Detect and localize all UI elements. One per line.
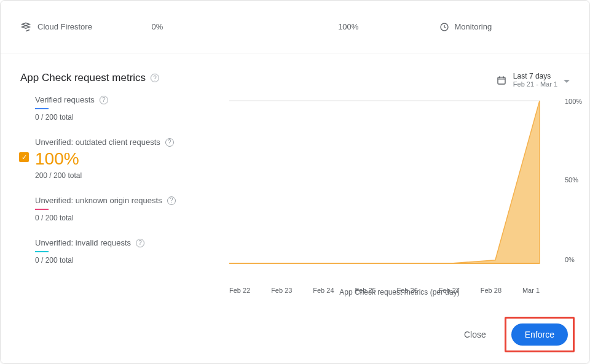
x-tick: Feb 26: [397, 287, 418, 294]
status-cell: Monitoring: [414, 21, 570, 33]
app-check-panel: Cloud Firestore 0% 100% Monitoring App C…: [0, 0, 590, 364]
y-tick: 0%: [565, 256, 575, 263]
x-tick: Feb 22: [229, 287, 250, 294]
chart: 100% 50% 0% Feb 22 Feb 23 Feb 24 Feb 25 …: [229, 98, 561, 282]
y-tick: 50%: [565, 176, 578, 184]
help-icon[interactable]: ?: [167, 196, 176, 205]
metric-label-text: Unverified: invalid requests: [35, 238, 131, 247]
metric-label-text: Unverified: outdated client requests: [35, 137, 160, 147]
footer-actions: Close Enforce: [454, 317, 575, 352]
chart-svg: [229, 98, 561, 269]
pct-verified: 0%: [152, 22, 283, 31]
metric-verified[interactable]: Verified requests ? 0 / 200 total: [35, 95, 229, 122]
svg-rect-1: [498, 77, 505, 84]
pct-unverified: 100%: [283, 22, 414, 31]
chevron-down-icon: [564, 75, 570, 86]
x-tick: Feb 25: [355, 287, 376, 294]
enforce-highlight: Enforce: [505, 317, 575, 352]
section-title-text: App Check request metrics: [20, 72, 146, 84]
product-name-cell: Cloud Firestore: [20, 21, 152, 33]
metric-outdated[interactable]: ✓ Unverified: outdated client requests ?…: [35, 137, 229, 180]
help-icon[interactable]: ?: [165, 138, 174, 147]
metric-sub-text: 200 / 200 total: [35, 171, 229, 180]
series-checkbox[interactable]: ✓: [19, 152, 29, 162]
date-range-main: Last 7 days: [513, 72, 557, 80]
date-range-text: Last 7 days Feb 21 - Mar 1: [513, 72, 557, 89]
x-tick: Feb 28: [481, 287, 502, 294]
main-content: Verified requests ? 0 / 200 total ✓ Unve…: [1, 95, 589, 296]
x-tick: Feb 27: [439, 287, 460, 294]
status-text: Monitoring: [455, 22, 492, 31]
series-swatch: [35, 251, 49, 252]
metric-sub-text: 0 / 200 total: [35, 113, 229, 122]
metrics-legend: Verified requests ? 0 / 200 total ✓ Unve…: [20, 95, 229, 296]
metric-percentage: 100%: [35, 150, 229, 168]
x-tick: Mar 1: [522, 287, 540, 294]
clock-icon: [439, 21, 450, 33]
x-tick: Feb 23: [271, 287, 292, 294]
date-range-picker[interactable]: Last 7 days Feb 21 - Mar 1: [496, 72, 570, 89]
metric-label-text: Unverified: unknown origin requests: [35, 196, 162, 205]
firestore-icon: [20, 21, 31, 33]
help-icon[interactable]: ?: [136, 239, 144, 247]
help-icon[interactable]: ?: [100, 96, 108, 104]
y-tick: 100%: [565, 98, 582, 105]
series-swatch: [35, 108, 49, 109]
product-name: Cloud Firestore: [37, 22, 92, 31]
metric-sub-text: 0 / 200 total: [35, 214, 229, 222]
enforce-button[interactable]: Enforce: [511, 323, 568, 346]
help-icon[interactable]: ?: [151, 74, 159, 82]
series-swatch: [35, 209, 49, 210]
metric-unknown[interactable]: Unverified: unknown origin requests ? 0 …: [35, 196, 229, 222]
x-axis: Feb 22 Feb 23 Feb 24 Feb 25 Feb 26 Feb 2…: [229, 287, 540, 294]
chart-column: 100% 50% 0% Feb 22 Feb 23 Feb 24 Feb 25 …: [229, 95, 570, 296]
product-summary-row: Cloud Firestore 0% 100% Monitoring: [1, 1, 589, 53]
metric-invalid[interactable]: Unverified: invalid requests ? 0 / 200 t…: [35, 238, 229, 265]
metric-label-text: Verified requests: [35, 95, 95, 104]
close-button[interactable]: Close: [454, 323, 496, 346]
metric-sub-text: 0 / 200 total: [35, 256, 229, 265]
date-range-sub: Feb 21 - Mar 1: [513, 80, 557, 88]
x-tick: Feb 24: [313, 287, 334, 294]
calendar-icon: [496, 75, 507, 86]
